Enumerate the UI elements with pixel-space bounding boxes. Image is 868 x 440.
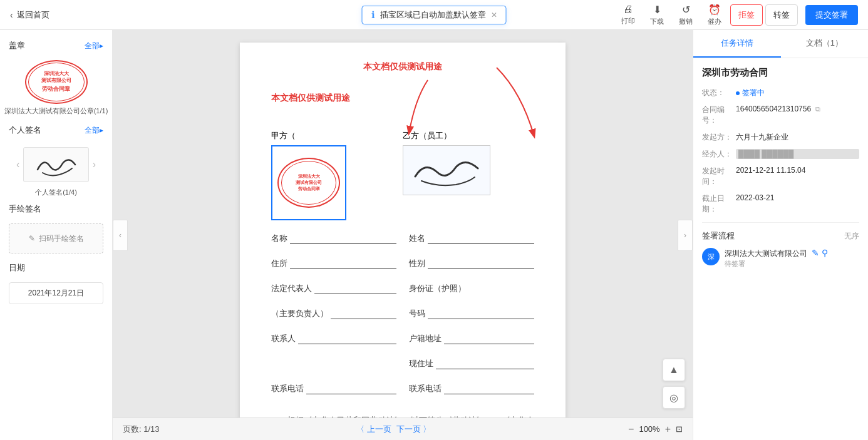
doc-scroll: 本文档仅供测试用途 本文档仅供测试用途	[113, 30, 693, 417]
status-key: 状态：	[702, 88, 736, 98]
flow-item: 深 深圳法大大测试有限公司 ✎ ⚲ 待签署	[702, 248, 859, 269]
idnum-line	[428, 308, 534, 319]
personal-sig-all-link[interactable]: 全部▸	[85, 125, 103, 136]
link-icon[interactable]: ⚲	[822, 248, 828, 258]
stamp-title: 盖章	[9, 40, 25, 51]
revoke-btn[interactable]: ↺ 撤销	[673, 1, 699, 29]
zoom-in-btn[interactable]: +	[665, 424, 671, 435]
household-line	[444, 333, 534, 344]
gender-label: 性别	[409, 258, 425, 269]
field-mainperson-row: （主要负责人）	[271, 308, 396, 319]
phone-left-label: 联系电话	[271, 383, 304, 394]
reject-btn[interactable]: 拒签	[730, 4, 763, 26]
copy-contract-no-btn[interactable]: ⧉	[815, 105, 820, 113]
download-btn[interactable]: ⬇ 下载	[644, 1, 670, 29]
float-actions: ▲ ◎	[663, 359, 685, 409]
scroll-down-btn[interactable]: ◎	[663, 386, 685, 409]
handwrite-sig-section: ✎ 扫码手绘签名	[0, 218, 112, 258]
deadline-value: 2022-03-21	[736, 193, 859, 202]
date-box[interactable]: 2021年12月21日	[9, 282, 103, 304]
field-phone-left-row: 联系电话	[271, 383, 396, 394]
flow-action-icons: ✎ ⚲	[812, 248, 828, 258]
print-label: 打印	[621, 16, 635, 26]
stamp-all-link[interactable]: 全部▸	[85, 41, 103, 51]
zoom-fit-icon[interactable]: ⊡	[676, 424, 683, 434]
field-gender-right: 性别	[409, 258, 534, 277]
back-home-btn[interactable]: ‹ 返回首页	[10, 9, 49, 21]
right-panel-content: 深圳市劳动合同 状态： 签署中 合同编号： 164005650421310756…	[693, 58, 868, 277]
date-value: 2021年12月21日	[28, 289, 84, 297]
arrow-label-1: 本文档仅供测试用途	[240, 61, 566, 73]
doc-nav-left-btn[interactable]: ‹	[113, 220, 128, 251]
urge-btn[interactable]: ⏰ 催办	[701, 1, 728, 29]
contract-no-value: 164005650421310756 ⧉	[736, 105, 859, 113]
zoom-level: 100%	[639, 424, 659, 434]
field-currentaddr-right: 现住址	[409, 358, 534, 377]
employee-sig-svg	[406, 148, 487, 192]
handwrite-title: 手绘签名	[9, 203, 41, 215]
field-id-row: 身份证（护照）	[409, 283, 534, 294]
notification-bar: ℹ 插宝区域已自动加盖默认签章 ✕	[362, 6, 507, 24]
company-stamp-box[interactable]: 深圳法大大测试有限公司 劳动合同章	[271, 145, 346, 220]
handwrite-btn-label: 扫码手绘签名	[39, 233, 84, 244]
scroll-up-btn[interactable]: ▲	[663, 359, 685, 381]
status-row: 状态： 签署中	[702, 88, 859, 98]
transfer-btn[interactable]: 转签	[765, 4, 798, 26]
fields-row-6: 现住址	[271, 358, 534, 377]
flow-none-label: 无序	[844, 231, 859, 242]
next-page-btn[interactable]: 下一页 〉	[396, 424, 431, 435]
start-time-value: 2021-12-21 11.15.04	[736, 166, 859, 175]
field-household-row: 户籍地址	[409, 333, 534, 344]
toolbar: ‹ 返回首页 ℹ 插宝区域已自动加盖默认签章 ✕ 🖨 打印 ⬇ 下载 ↺ 撤销 …	[0, 0, 868, 30]
close-notification-btn[interactable]: ✕	[491, 11, 497, 19]
party-left: 甲方（ 深圳法大大测试有限公司 劳动合同章	[271, 130, 403, 223]
employee-sig-box[interactable]	[403, 145, 490, 195]
zoom-ctrl: − 100% + ⊡	[628, 424, 683, 435]
panel-divider	[702, 222, 859, 223]
page-nav: 〈 上一页 下一页 〉	[356, 424, 431, 435]
company-stamp-circle: 深圳法大大测试有限公司 劳动合同章	[25, 60, 88, 104]
fields-row-5: 联系人 户籍地址	[271, 333, 534, 352]
sig-prev-btn[interactable]: ‹	[15, 159, 21, 170]
submit-btn[interactable]: 提交签署	[805, 5, 858, 25]
back-arrow-icon: ‹	[10, 10, 13, 20]
status-value: 签署中	[736, 88, 859, 98]
back-home-label: 返回首页	[17, 9, 49, 21]
prev-page-btn[interactable]: 〈 上一页	[356, 424, 391, 435]
field-name-row: 名称	[271, 233, 396, 244]
flow-info: 深圳法大大测试有限公司 ✎ ⚲ 待签署	[725, 248, 859, 269]
handler-key: 经办人：	[702, 149, 736, 160]
zoom-out-btn[interactable]: −	[628, 424, 634, 435]
company-stamp-item[interactable]: 深圳法大大测试有限公司 劳动合同章 深圳法大大测试有限公司公章(1/1)	[0, 55, 112, 121]
download-icon: ⬇	[653, 4, 661, 16]
tab-task-details[interactable]: 任务详情	[693, 30, 781, 58]
phone-right-line	[444, 383, 534, 394]
name-label: 名称	[271, 233, 287, 244]
stamp-section-header: 盖章 全部▸	[0, 36, 112, 55]
household-label: 户籍地址	[409, 333, 442, 344]
toolbar-right: 🖨 打印 ⬇ 下载 ↺ 撤销 ⏰ 催办 拒签 转签 提交签署	[615, 1, 858, 29]
start-time-row: 发起时间： 2021-12-21 11.15.04	[702, 166, 859, 187]
personal-sig-header: 个人签名 全部▸	[0, 121, 112, 140]
field-phone-right-row: 联系电话	[409, 383, 534, 394]
sig-display	[23, 147, 88, 182]
stamp-company-text: 深圳法大大测试有限公司	[296, 173, 322, 186]
sidebar: 盖章 全部▸ 深圳法大大测试有限公司 劳动合同章 深圳法大大测试有限公司公章(1…	[0, 30, 113, 440]
handwrite-scan-btn[interactable]: ✎ 扫码手绘签名	[9, 223, 103, 253]
field-name-right: 姓名	[409, 233, 534, 252]
legalrep-label: 法定代表人	[271, 283, 312, 294]
mainperson-line	[331, 308, 396, 319]
legalrep-line	[314, 283, 396, 294]
field-phone-right: 联系电话	[409, 383, 534, 402]
currentaddr-label: 现住址	[409, 358, 433, 369]
stamp-contract-text: 劳动合同章	[298, 186, 320, 192]
doc-nav-right-btn[interactable]: ›	[678, 220, 693, 251]
download-label: 下载	[650, 17, 664, 26]
phone-right-label: 联系电话	[409, 383, 442, 394]
flow-status-label: 待签署	[725, 259, 859, 269]
edit-icon[interactable]: ✎	[812, 248, 819, 258]
sig-next-btn[interactable]: ›	[91, 159, 97, 170]
contract-parties: 甲方（ 深圳法大大测试有限公司 劳动合同章	[271, 130, 534, 223]
tab-documents[interactable]: 文档（1）	[781, 30, 869, 58]
print-btn[interactable]: 🖨 打印	[615, 1, 641, 28]
